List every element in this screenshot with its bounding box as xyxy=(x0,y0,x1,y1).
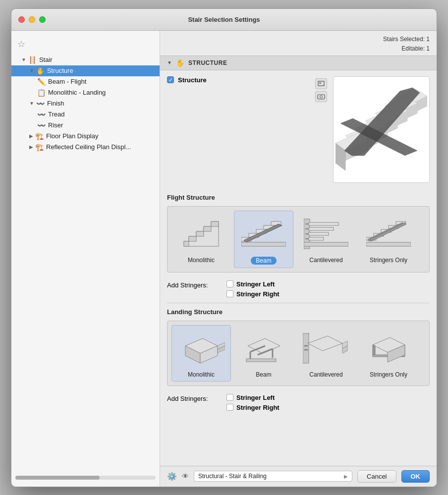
flight-option-stringers[interactable]: Stringers Only xyxy=(359,211,418,268)
floor-plan-arrow xyxy=(29,133,33,139)
riser-icon: 〰️ xyxy=(37,121,46,129)
flight-cantilevered-label: Cantilevered xyxy=(309,257,342,264)
flight-option-monolithic[interactable]: Monolithic xyxy=(171,211,231,268)
flight-structure-options: Monolithic xyxy=(167,206,430,273)
flight-stringers-img xyxy=(364,214,413,254)
svg-rect-2 xyxy=(318,95,325,99)
sidebar-item-monolithic-landing[interactable]: 📋 Monolithic - Landing xyxy=(11,87,160,98)
star-icon[interactable]: ☆ xyxy=(17,39,25,49)
finish-label: Finish xyxy=(47,100,64,107)
minimize-button[interactable] xyxy=(29,16,35,23)
svg-rect-63 xyxy=(246,359,276,362)
beam-flight-label: Beam - Flight xyxy=(48,78,86,85)
stringer-right-landing-checkbox[interactable] xyxy=(226,404,233,411)
window-title: Stair Selection Settings xyxy=(188,16,260,23)
monolithic-landing-label: Monolithic - Landing xyxy=(48,89,106,96)
flight-structure-section: Flight Structure xyxy=(160,189,437,277)
landing-option-stringers[interactable]: Stringers Only xyxy=(359,325,418,382)
side-icons xyxy=(315,76,327,183)
svg-marker-23 xyxy=(184,241,189,246)
maximize-button[interactable] xyxy=(39,16,46,23)
stringer-left-flight-row: Stringer Left xyxy=(226,280,280,288)
preview-icon-2[interactable] xyxy=(315,91,327,102)
landing-option-beam[interactable]: Beam xyxy=(234,325,293,382)
cancel-button[interactable]: Cancel xyxy=(357,470,396,483)
sidebar-item-stair[interactable]: 🪜 Stair xyxy=(11,55,160,65)
landing-monolithic-img xyxy=(176,329,226,368)
beam-flight-icon: ✏️ xyxy=(37,78,46,86)
landing-cantilevered-label: Cantilevered xyxy=(309,371,342,378)
stringer-right-flight-label: Stringer Right xyxy=(236,290,280,298)
stringer-left-landing-checkbox[interactable] xyxy=(226,394,233,401)
tree-area: 🪜 Stair ✋ Structure ✏️ Beam - Flight 📋 xyxy=(11,53,160,474)
landing-structure-options: Monolithic xyxy=(167,321,430,386)
svg-rect-38 xyxy=(309,232,329,235)
finish-arrow xyxy=(29,101,34,106)
stair-icon: 🪜 xyxy=(28,56,37,64)
layer-dropdown[interactable]: Structural - Stair & Railing ▶ xyxy=(194,471,352,482)
landing-option-monolithic[interactable]: Monolithic xyxy=(171,325,231,382)
add-stringers-landing-label: Add Stringers: xyxy=(167,394,217,402)
section-header-arrow: ▼ xyxy=(167,60,172,65)
flight-option-cantilevered[interactable]: Cantilevered xyxy=(296,211,356,268)
ok-button[interactable]: OK xyxy=(401,470,430,483)
structure-preview xyxy=(333,76,430,183)
structure-checkbox-row: ✓ Structure xyxy=(167,76,309,84)
editable-count: Editable: 1 xyxy=(383,44,430,54)
close-button[interactable] xyxy=(18,16,25,23)
structure-arrow xyxy=(29,68,34,73)
sidebar-item-beam-flight[interactable]: ✏️ Beam - Flight xyxy=(11,76,160,87)
sidebar-item-ceiling[interactable]: 🏗️ Reflected Ceiling Plan Displ... xyxy=(11,142,160,153)
stairs-selected: Stairs Selected: 1 xyxy=(383,35,430,44)
section-header-title: STRUCTURE xyxy=(188,59,227,66)
structure-checkbox-label: Structure xyxy=(178,76,207,84)
preview-icon-1[interactable] xyxy=(315,78,327,89)
structure-section-header[interactable]: ▼ ✋ STRUCTURE xyxy=(160,55,437,70)
svg-rect-1 xyxy=(319,82,321,84)
svg-marker-26 xyxy=(204,226,211,231)
stringer-right-landing-label: Stringer Right xyxy=(236,404,280,411)
titlebar-buttons xyxy=(18,16,46,23)
svg-rect-40 xyxy=(309,227,334,230)
stair-label: Stair xyxy=(39,56,53,63)
flight-option-beam[interactable]: Beam xyxy=(234,211,293,268)
stringers-svg xyxy=(366,217,411,251)
structure-checkbox[interactable]: ✓ xyxy=(167,76,174,83)
svg-rect-36 xyxy=(309,237,324,240)
sidebar-scrollbar-thumb xyxy=(15,476,100,480)
stair-arrow xyxy=(21,57,26,62)
stringer-left-flight-checkbox[interactable] xyxy=(226,280,233,287)
sidebar-item-floor-plan[interactable]: 🏗️ Floor Plan Display xyxy=(11,131,160,142)
landing-cantilevered-img xyxy=(301,329,351,368)
flight-cantilevered-img xyxy=(301,214,351,254)
sidebar-item-finish[interactable]: 〰️ Finish xyxy=(11,98,160,109)
stringer-right-landing-row: Stringer Right xyxy=(226,404,280,411)
svg-rect-44 xyxy=(304,242,348,246)
add-stringers-flight-label: Add Stringers: xyxy=(167,280,217,289)
sidebar-scrollbar[interactable] xyxy=(15,476,156,480)
sidebar-item-riser[interactable]: 〰️ Riser xyxy=(11,120,160,131)
landing-cantilevered-svg xyxy=(303,331,350,366)
structure-left: ✓ Structure xyxy=(167,76,309,183)
beam-svg xyxy=(241,217,286,251)
flight-structure-title: Flight Structure xyxy=(167,194,430,201)
monolithic-landing-icon: 📋 xyxy=(37,89,46,97)
titlebar: Stair Selection Settings xyxy=(11,9,437,31)
sidebar-item-structure[interactable]: ✋ Structure xyxy=(11,65,160,76)
svg-marker-24 xyxy=(189,236,196,241)
landing-beam-img xyxy=(239,329,288,368)
stringer-left-landing-row: Stringer Left xyxy=(226,394,280,401)
landing-structure-title: Landing Structure xyxy=(167,308,430,316)
svg-marker-25 xyxy=(196,231,204,236)
svg-marker-65 xyxy=(308,336,342,351)
stringer-right-flight-checkbox[interactable] xyxy=(226,290,233,297)
stringer-left-landing-label: Stringer Left xyxy=(236,394,275,401)
stringer-left-flight-label: Stringer Left xyxy=(236,280,275,288)
landing-option-cantilevered[interactable]: Cantilevered xyxy=(296,325,356,382)
structure-icon: ✋ xyxy=(36,67,45,75)
svg-marker-27 xyxy=(211,221,219,226)
cantilevered-svg xyxy=(304,217,348,251)
monolithic-svg xyxy=(179,217,224,251)
sidebar-item-tread[interactable]: 〰️ Tread xyxy=(11,109,160,120)
stair-3d-preview xyxy=(336,79,427,180)
